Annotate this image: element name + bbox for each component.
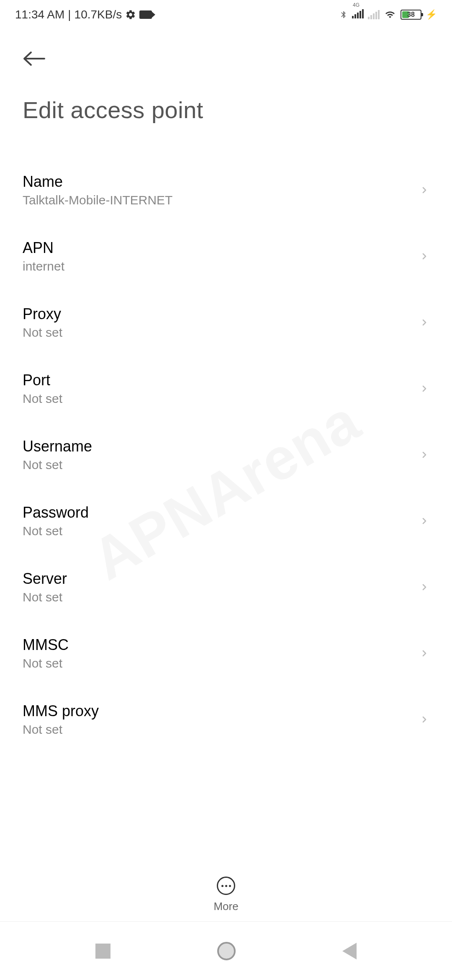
status-left: 11:34 AM | 10.7KB/s xyxy=(15,8,152,21)
settings-item-password[interactable]: Password Not set xyxy=(0,488,452,554)
back-arrow-icon xyxy=(23,51,45,67)
chevron-right-icon xyxy=(419,185,429,195)
item-label: Server xyxy=(23,570,419,588)
settings-item-server[interactable]: Server Not set xyxy=(0,554,452,620)
settings-item-username[interactable]: Username Not set xyxy=(0,422,452,488)
signal-icon-sim1 xyxy=(352,9,364,18)
item-value: Talktalk-Mobile-INTERNET xyxy=(23,193,419,207)
item-value: Not set xyxy=(23,325,419,340)
item-value: Not set xyxy=(23,590,419,604)
wifi-icon xyxy=(384,10,396,20)
chevron-right-icon xyxy=(419,317,429,328)
chevron-right-icon xyxy=(419,714,429,725)
item-value: Not set xyxy=(23,722,419,737)
item-value: Not set xyxy=(23,524,419,538)
nav-recents-button[interactable] xyxy=(95,944,110,959)
chevron-right-icon xyxy=(419,516,429,526)
settings-item-apn[interactable]: APN internet xyxy=(0,223,452,289)
settings-list: Name Talktalk-Mobile-INTERNET APN intern… xyxy=(0,132,452,753)
more-label: More xyxy=(213,900,238,913)
item-label: Name xyxy=(23,173,419,191)
status-time: 11:34 AM xyxy=(15,8,64,21)
camera-icon xyxy=(139,10,152,19)
back-button[interactable] xyxy=(23,46,48,71)
status-bar: 11:34 AM | 10.7KB/s 4G xyxy=(0,0,452,29)
battery-percent: 38 xyxy=(407,11,415,18)
gear-icon xyxy=(125,9,136,20)
bluetooth-icon xyxy=(339,9,348,21)
header: Edit access point xyxy=(0,29,452,132)
item-value: Not set xyxy=(23,458,419,472)
status-separator: | xyxy=(68,8,71,21)
chevron-right-icon xyxy=(419,582,429,592)
item-label: APN xyxy=(23,239,419,257)
signal-icon-sim2 xyxy=(368,10,380,19)
chevron-right-icon xyxy=(419,450,429,460)
item-label: MMSC xyxy=(23,636,419,654)
item-value: Not set xyxy=(23,656,419,671)
chevron-right-icon xyxy=(419,384,429,394)
item-label: MMS proxy xyxy=(23,702,419,720)
more-button[interactable]: More xyxy=(0,868,452,913)
status-right: 4G 38 xyxy=(339,8,437,21)
settings-item-mms-proxy[interactable]: MMS proxy Not set xyxy=(0,686,452,753)
settings-item-port[interactable]: Port Not set xyxy=(0,356,452,422)
item-label: Username xyxy=(23,438,419,455)
item-value: Not set xyxy=(23,392,419,406)
page-title: Edit access point xyxy=(23,96,429,124)
chevron-right-icon xyxy=(419,648,429,658)
settings-item-name[interactable]: Name Talktalk-Mobile-INTERNET xyxy=(0,157,452,223)
item-label: Password xyxy=(23,504,419,521)
navigation-bar xyxy=(0,921,452,980)
nav-back-button[interactable] xyxy=(342,943,357,959)
chevron-right-icon xyxy=(419,251,429,261)
item-value: internet xyxy=(23,259,419,273)
nav-home-button[interactable] xyxy=(217,942,236,960)
more-icon xyxy=(217,877,235,895)
charging-icon: ⚡ xyxy=(426,9,437,20)
network-type-label: 4G xyxy=(353,2,360,8)
item-label: Proxy xyxy=(23,305,419,323)
status-data-rate: 10.7KB/s xyxy=(74,8,122,21)
item-label: Port xyxy=(23,371,419,389)
settings-item-proxy[interactable]: Proxy Not set xyxy=(0,289,452,356)
settings-item-mmsc[interactable]: MMSC Not set xyxy=(0,620,452,686)
battery-icon: 38 xyxy=(401,10,421,20)
